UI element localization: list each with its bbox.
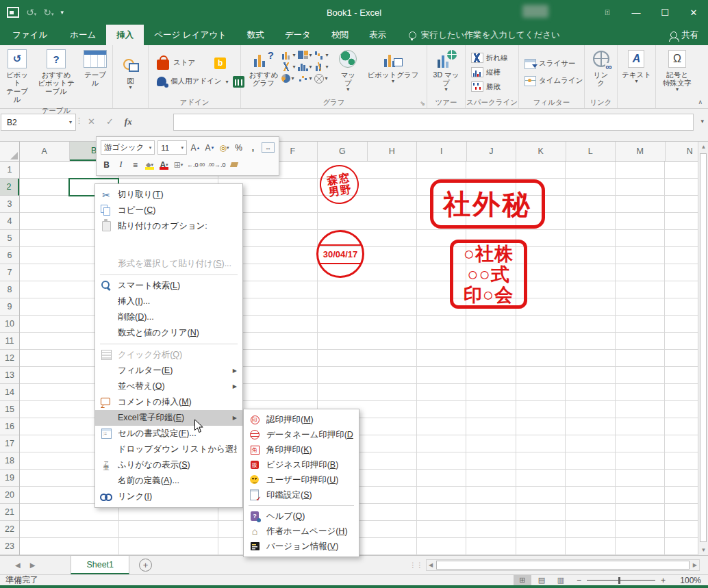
pivot-chart-button[interactable]: ピボットグラフ ▾ bbox=[365, 48, 420, 85]
row-header-11[interactable]: 11 bbox=[0, 333, 19, 350]
stamp-submenu-item-8[interactable]: バージョン情報(V) bbox=[244, 539, 359, 554]
customize-qat-icon[interactable]: ▾ bbox=[61, 9, 64, 16]
row-header-15[interactable]: 15 bbox=[0, 401, 19, 418]
sparkline-line-button[interactable]: 折れ線 bbox=[468, 51, 511, 64]
tab-表示[interactable]: 表示 bbox=[359, 25, 396, 45]
horizontal-scroll-thumb[interactable] bbox=[436, 561, 690, 570]
stamp-submenu-item-0[interactable]: 認印押印(M) bbox=[244, 412, 359, 427]
undo-icon[interactable]: ↺▾ bbox=[26, 7, 36, 18]
sparkline-column-button[interactable]: 縦棒 bbox=[468, 66, 503, 79]
next-sheet-icon[interactable]: ▶ bbox=[30, 561, 36, 569]
context-menu-item-12[interactable]: コメントの挿入(M) bbox=[95, 394, 242, 410]
maximize-button[interactable]: ☐ bbox=[650, 0, 679, 25]
context-menu-item-14[interactable]: セルの書式設定(F)... bbox=[95, 426, 242, 442]
3d-map-button[interactable]: 3D マッ プ ▾ bbox=[431, 48, 462, 93]
row-header-21[interactable]: 21 bbox=[0, 504, 19, 521]
redo-icon[interactable]: ↻▾ bbox=[43, 7, 53, 18]
row-header-5[interactable]: 5 bbox=[0, 230, 19, 247]
borders-icon[interactable]: ⊞▾ bbox=[173, 158, 184, 171]
col-header-M[interactable]: M bbox=[616, 141, 666, 161]
context-menu-item-11[interactable]: 並べ替え(O)▶ bbox=[95, 379, 242, 394]
row-header-12[interactable]: 12 bbox=[0, 350, 19, 367]
bold-icon[interactable]: B bbox=[101, 158, 112, 171]
context-menu-item-9[interactable]: クイック分析(Q) bbox=[95, 347, 242, 363]
charts-dialog-launcher-icon[interactable]: ⇘ bbox=[420, 100, 425, 107]
name-box-caret-icon[interactable]: ▾ bbox=[69, 119, 72, 125]
enter-icon[interactable]: ✓ bbox=[106, 116, 114, 127]
save-icon[interactable] bbox=[7, 7, 19, 18]
select-all-corner[interactable] bbox=[0, 141, 20, 162]
close-button[interactable]: ✕ bbox=[679, 0, 708, 25]
row-header-3[interactable]: 3 bbox=[0, 196, 19, 213]
row-header-1[interactable]: 1 bbox=[0, 162, 19, 179]
col-header-A[interactable]: A bbox=[20, 141, 70, 161]
comma-style-icon[interactable]: , bbox=[247, 141, 259, 154]
row-header-6[interactable]: 6 bbox=[0, 247, 19, 264]
cancel-icon[interactable]: ✕ bbox=[88, 116, 95, 127]
formula-bar-grip[interactable]: ⋮ bbox=[75, 116, 83, 125]
insert-column-chart-button[interactable]: ▾ bbox=[281, 51, 298, 60]
context-menu-item-16[interactable]: ふりがなの表示(S) bbox=[95, 457, 242, 473]
recommended-charts-button[interactable]: おすすめ グラフ bbox=[246, 48, 280, 88]
context-menu-item-0[interactable]: 切り取り(T) bbox=[95, 187, 242, 203]
table-button[interactable]: テーブル bbox=[79, 48, 111, 88]
stamp-submenu-item-6[interactable]: ヘルプ(Q) bbox=[244, 509, 359, 524]
stamp-submenu-item-3[interactable]: ビジネス印押印(B) bbox=[244, 457, 359, 472]
increase-decimal-icon[interactable]: .00→.0 bbox=[207, 158, 225, 171]
scroll-right-icon[interactable]: ▶ bbox=[691, 562, 699, 568]
recommended-pivot-tables-button[interactable]: ? おすすめ ピボットテーブル bbox=[34, 48, 78, 97]
insert-pie-chart-button[interactable]: ▾ bbox=[281, 74, 298, 83]
tab-ホーム[interactable]: ホーム bbox=[60, 25, 106, 45]
name-box[interactable]: B2 ▾ bbox=[1, 114, 76, 131]
insert-waterfall-chart-button[interactable]: ▾ bbox=[314, 51, 331, 60]
stamp-submenu-item-1[interactable]: データネーム印押印(D) bbox=[244, 427, 359, 442]
insert-combo-chart-button[interactable]: ▾ bbox=[314, 62, 331, 71]
center-align-icon[interactable]: ≡ bbox=[129, 158, 141, 171]
row-header-8[interactable]: 8 bbox=[0, 281, 19, 298]
context-menu-item-15[interactable]: ドロップダウン リストから選択(K)... bbox=[95, 442, 242, 457]
sheet-tab-sheet1[interactable]: Sheet1 bbox=[71, 556, 129, 574]
normal-view-icon[interactable]: ⊞ bbox=[514, 575, 531, 585]
tab-split-grip[interactable]: ⋮⋮ bbox=[409, 561, 423, 569]
tab-校閲[interactable]: 校閲 bbox=[321, 25, 359, 45]
decrease-font-icon[interactable]: A▼ bbox=[204, 141, 216, 154]
page-break-view-icon[interactable]: ▥ bbox=[552, 575, 570, 585]
company-square-stamp[interactable]: ○社株 ○○式 印○会 bbox=[450, 240, 527, 309]
formula-input[interactable] bbox=[173, 114, 694, 131]
col-header-I[interactable]: I bbox=[417, 141, 467, 161]
row-header-2[interactable]: 2 bbox=[0, 179, 19, 196]
tab-file[interactable]: ファイル bbox=[0, 25, 60, 45]
tab-データ[interactable]: データ bbox=[275, 25, 321, 45]
row-header-20[interactable]: 20 bbox=[0, 487, 19, 504]
merge-center-icon[interactable]: ↔ bbox=[262, 142, 275, 153]
bing-maps-addin-icon[interactable]: b bbox=[214, 57, 226, 69]
context-menu-item-18[interactable]: リンク(I) bbox=[95, 489, 242, 504]
context-menu-item-2[interactable]: 貼り付けのオプション: bbox=[95, 218, 242, 234]
scroll-down-icon[interactable]: ▼ bbox=[698, 544, 708, 555]
row-header-7[interactable]: 7 bbox=[0, 264, 19, 281]
sparkline-winloss-button[interactable]: 勝敗 bbox=[468, 80, 503, 93]
row-header-4[interactable]: 4 bbox=[0, 213, 19, 230]
row-header-10[interactable]: 10 bbox=[0, 316, 19, 333]
illustrations-button[interactable]: 図 ▾ bbox=[115, 54, 147, 91]
fill-color-icon[interactable]: ◆▾ bbox=[144, 158, 155, 171]
row-header-9[interactable]: 9 bbox=[0, 298, 19, 316]
decrease-decimal-icon[interactable]: ←.0.00 bbox=[187, 158, 205, 171]
col-header-L[interactable]: L bbox=[566, 141, 616, 161]
row-header-22[interactable]: 22 bbox=[0, 521, 19, 538]
tell-me-box[interactable]: 実行したい作業を入力してください bbox=[409, 25, 560, 45]
italic-icon[interactable]: I bbox=[115, 158, 127, 171]
confidential-stamp[interactable]: 社外秘 bbox=[430, 179, 545, 229]
expand-formula-bar-icon[interactable]: ▾ bbox=[700, 118, 704, 125]
font-color-icon[interactable]: A▾ bbox=[158, 158, 170, 171]
row-header-17[interactable]: 17 bbox=[0, 435, 19, 452]
context-menu-item-4[interactable]: 形式を選択して貼り付け(S)... bbox=[95, 256, 242, 272]
prev-sheet-icon[interactable]: ◀ bbox=[15, 561, 21, 569]
link-button[interactable]: リン ク bbox=[585, 48, 617, 88]
font-name-combo[interactable]: 游ゴシック▾ bbox=[101, 140, 155, 155]
context-menu-item-13[interactable]: Excel電子印鑑(E)▶ bbox=[95, 410, 242, 426]
my-addins-button[interactable]: 個人用アドイン ▾ bbox=[154, 75, 247, 88]
row-header-18[interactable]: 18 bbox=[0, 452, 19, 470]
context-menu-item-5[interactable]: スマート検索(L) bbox=[95, 278, 242, 294]
col-header-K[interactable]: K bbox=[516, 141, 566, 161]
